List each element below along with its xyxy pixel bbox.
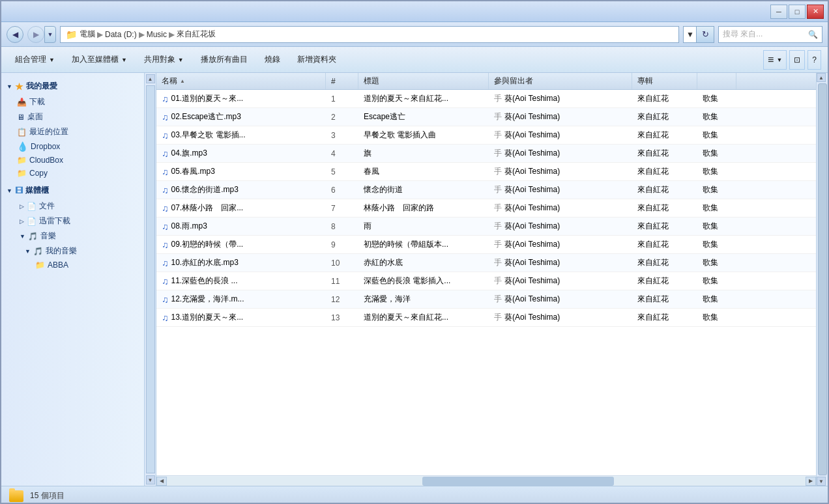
- table-row[interactable]: ♫ 13.道別的夏天～來... 13 道別的夏天～來自紅花... 手 葵(Aoi…: [156, 309, 816, 327]
- path-dropdown-btn[interactable]: ▼: [683, 26, 696, 43]
- sidebar-scroll-down[interactable]: ▼: [146, 475, 155, 484]
- cell-series: 來自紅花: [632, 217, 697, 235]
- artist-name: 葵(Aoi Teshima): [504, 148, 560, 159]
- cell-name: ♫ 12.充滿愛，海洋.m...: [156, 290, 326, 308]
- back-button[interactable]: ◀: [7, 26, 23, 43]
- sidebar-item-music[interactable]: ▼ 🎵 音樂: [1, 229, 144, 244]
- file-scroll-up[interactable]: ▲: [817, 73, 826, 82]
- address-path[interactable]: 📁 電腦 ▶ Data (D:) ▶ Music ▶ 來自紅花坂: [60, 26, 679, 43]
- cell-name: ♫ 09.初戀的時候（帶...: [156, 236, 326, 253]
- sidebar-scroll-up[interactable]: ▲: [146, 74, 155, 83]
- h-scrollbar-thumb[interactable]: [422, 477, 614, 486]
- sidebar-item-download[interactable]: 📥 下載: [1, 94, 144, 109]
- cell-num: 1: [326, 90, 358, 107]
- search-icon: 🔍: [808, 30, 818, 39]
- sidebar-item-documents[interactable]: ▷ 📄 文件: [1, 199, 144, 214]
- table-row[interactable]: ♫ 10.赤紅的水底.mp3 10 赤紅的水底 手 葵(Aoi Teshima)…: [156, 254, 816, 272]
- col-header-series[interactable]: 專輯: [632, 73, 697, 89]
- sidebar-item-recent[interactable]: 📋 最近的位置: [1, 124, 144, 139]
- artist-name: 葵(Aoi Teshima): [504, 312, 560, 323]
- new-folder-button[interactable]: 新增資料夾: [290, 50, 343, 70]
- h-scroll-left[interactable]: ◀: [156, 477, 167, 486]
- cell-series: 來自紅花: [632, 181, 697, 199]
- file-scroll-down[interactable]: ▼: [817, 477, 826, 486]
- cell-series: 來自紅花: [632, 309, 697, 326]
- column-headers: 名稱 ▲ # 標題 參與留出者 專輯: [156, 73, 816, 90]
- organize-button[interactable]: 組合管理 ▼: [8, 50, 62, 70]
- close-button[interactable]: ✕: [807, 5, 824, 19]
- table-row[interactable]: ♫ 06.懷念的街道.mp3 6 懷念的街道 手 葵(Aoi Teshima) …: [156, 181, 816, 199]
- audio-icon: ♫: [162, 258, 169, 268]
- right-scrollbar[interactable]: ▲ ▼: [816, 73, 828, 486]
- cell-num: 3: [326, 126, 358, 144]
- refresh-button[interactable]: ↻: [696, 26, 714, 43]
- organize-dropdown-icon: ▼: [49, 57, 55, 63]
- cell-name: ♫ 13.道別的夏天～來...: [156, 309, 326, 326]
- table-row[interactable]: ♫ 07.林蔭小路 回家... 7 林蔭小路 回家的路 手 葵(Aoi Tesh…: [156, 199, 816, 217]
- artist-prefix: 手: [494, 257, 502, 268]
- cell-type: 歌集: [697, 90, 736, 107]
- table-row[interactable]: ♫ 08.雨.mp3 8 雨 手 葵(Aoi Teshima) 來自紅花 歌集: [156, 217, 816, 236]
- star-icon: ★: [15, 81, 23, 92]
- cell-album: 旗: [358, 145, 489, 162]
- table-row[interactable]: ♫ 09.初戀的時候（帶... 9 初戀的時候（帶組版本... 手 葵(Aoi …: [156, 236, 816, 254]
- table-row[interactable]: ♫ 02.Escape逃亡.mp3 2 Escape逃亡 手 葵(Aoi Tes…: [156, 108, 816, 126]
- file-name: 02.Escape逃亡.mp3: [171, 111, 241, 122]
- minimize-button[interactable]: ─: [770, 5, 787, 19]
- file-name: 03.早餐之歌 電影插...: [171, 130, 246, 141]
- table-row[interactable]: ♫ 04.旗.mp3 4 旗 手 葵(Aoi Teshima) 來自紅花 歌集: [156, 145, 816, 163]
- col-header-artist[interactable]: 參與留出者: [489, 73, 632, 89]
- cell-artist: 手 葵(Aoi Teshima): [489, 181, 632, 199]
- col-header-num[interactable]: #: [326, 73, 358, 89]
- sidebar-scrollbar[interactable]: ▲ ▼: [145, 73, 156, 486]
- search-box[interactable]: 搜尋 來自... 🔍: [718, 26, 822, 43]
- h-scrollbar-track[interactable]: [167, 477, 806, 486]
- media-library-icon: 🎞: [15, 186, 23, 195]
- help-button[interactable]: ?: [807, 50, 821, 70]
- table-row[interactable]: ♫ 01.道別的夏天～來... 1 道別的夏天～來自紅花... 手 葵(Aoi …: [156, 90, 816, 108]
- col-header-type[interactable]: [697, 73, 736, 89]
- h-scroll-right[interactable]: ▶: [806, 477, 816, 486]
- artist-prefix: 手: [494, 148, 502, 159]
- table-row[interactable]: ♫ 12.充滿愛，海洋.m... 12 充滿愛，海洋 手 葵(Aoi Teshi…: [156, 290, 816, 309]
- artist-prefix: 手: [494, 312, 502, 323]
- cell-artist: 手 葵(Aoi Teshima): [489, 217, 632, 235]
- sidebar-item-copy[interactable]: 📁 Copy: [1, 167, 144, 180]
- play-all-button[interactable]: 播放所有曲目: [194, 50, 255, 70]
- nav-dropdown-button[interactable]: ▼: [44, 26, 56, 43]
- media-header[interactable]: ▼ 🎞 媒體櫃: [1, 182, 144, 199]
- view-toggle-button[interactable]: ≡ ▼: [763, 50, 787, 70]
- layout-button[interactable]: ⊡: [789, 50, 805, 70]
- path-part-folder: 來自紅花坂: [177, 29, 216, 40]
- audio-icon: ♫: [162, 221, 169, 232]
- table-row[interactable]: ♫ 05.春風.mp3 5 春風 手 葵(Aoi Teshima) 來自紅花 歌…: [156, 163, 816, 181]
- share-button[interactable]: 共用對象 ▼: [137, 50, 191, 70]
- table-row[interactable]: ♫ 03.早餐之歌 電影插... 3 早餐之歌 電影插入曲 手 葵(Aoi Te…: [156, 126, 816, 145]
- burn-button[interactable]: 燒錄: [257, 50, 287, 70]
- cell-type: 歌集: [697, 254, 736, 272]
- sidebar-item-my-music[interactable]: ▼ 🎵 我的音樂: [1, 244, 144, 259]
- share-dropdown-icon: ▼: [178, 57, 184, 63]
- maximize-button[interactable]: □: [789, 5, 806, 19]
- sidebar-item-thunder[interactable]: ▷ 📄 迅雷下載: [1, 214, 144, 229]
- audio-icon: ♫: [162, 240, 169, 250]
- sidebar-item-desktop[interactable]: 🖥 桌面: [1, 109, 144, 124]
- file-name: 05.春風.mp3: [171, 166, 215, 177]
- table-row[interactable]: ♫ 11.深藍色的長浪 ... 11 深藍色的長浪 電影插入... 手 葵(Ao…: [156, 272, 816, 290]
- sidebar-item-abba[interactable]: 📁 ABBA: [1, 259, 144, 272]
- sidebar-item-label: Dropbox: [31, 142, 60, 151]
- favorites-header[interactable]: ▼ ★ 我的最愛: [1, 78, 144, 94]
- cell-name: ♫ 11.深藍色的長浪 ...: [156, 272, 326, 290]
- cell-artist: 手 葵(Aoi Teshima): [489, 309, 632, 326]
- sidebar-item-dropbox[interactable]: 💧 Dropbox: [1, 139, 144, 154]
- sidebar-item-cloudbox[interactable]: 📁 CloudBox: [1, 154, 144, 167]
- file-name: 07.林蔭小路 回家...: [171, 203, 244, 214]
- forward-button[interactable]: ▶: [27, 26, 44, 43]
- horizontal-scrollbar[interactable]: ◀ ▶: [156, 475, 816, 486]
- col-header-name[interactable]: 名稱 ▲: [156, 73, 326, 89]
- audio-icon: ♫: [162, 203, 169, 214]
- folder-icon: 📁: [66, 29, 77, 40]
- add-to-media-button[interactable]: 加入至媒體櫃 ▼: [65, 50, 134, 70]
- file-list[interactable]: ♫ 01.道別的夏天～來... 1 道別的夏天～來自紅花... 手 葵(Aoi …: [156, 90, 816, 475]
- col-header-album[interactable]: 標題: [358, 73, 489, 89]
